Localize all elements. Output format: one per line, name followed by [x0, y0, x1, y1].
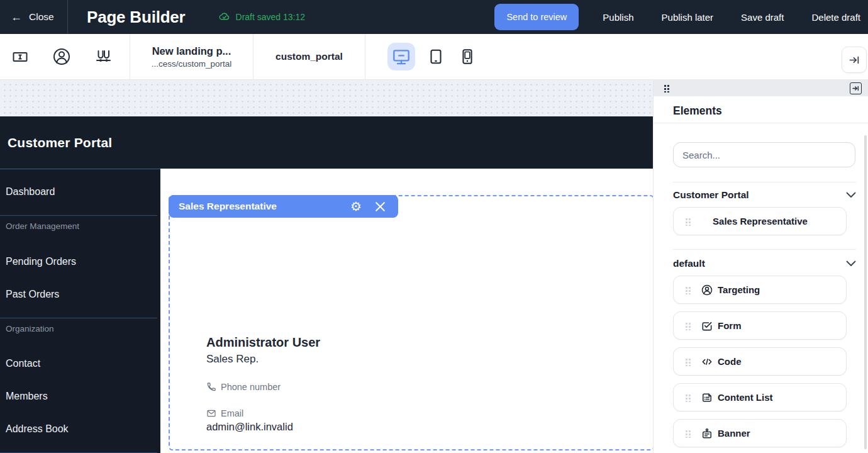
- portal-sidebar: Dashboard Order Management Pending Order…: [0, 169, 160, 453]
- sidebar-divider: [0, 215, 157, 216]
- elements-panel: Elements Customer Portal Sales Represent…: [653, 80, 868, 453]
- tab-custom-portal[interactable]: custom_portal: [253, 34, 365, 79]
- sidebar-item-contact[interactable]: Contact: [6, 358, 160, 369]
- element-card-label: Content List: [718, 392, 773, 403]
- rep-phone-row: Phone number: [206, 382, 281, 392]
- form-fields-icon[interactable]: [92, 45, 114, 68]
- portal-title: Customer Portal: [8, 135, 112, 150]
- app-title: Page Builder: [87, 8, 186, 27]
- page-builder-screen: ← Close Page Builder Draft saved 13:12 S…: [0, 0, 868, 453]
- email-icon: [206, 408, 216, 418]
- sidebar-group-order-management: Order Management: [6, 222, 160, 231]
- sidebar-item-members[interactable]: Members: [6, 391, 160, 402]
- selected-element-sales-representative[interactable]: Sales Representative ⚙ Administrator Use…: [169, 195, 654, 450]
- topbar: ← Close Page Builder Draft saved 13:12 S…: [0, 0, 868, 34]
- drag-handle-icon[interactable]: [684, 429, 691, 438]
- search-input[interactable]: [673, 142, 855, 167]
- chevron-down-icon: [846, 260, 856, 267]
- panel-grip-strip: [654, 80, 868, 96]
- panel-divider: [673, 182, 856, 182]
- drag-handle-icon[interactable]: [684, 393, 691, 402]
- portal-content: Sales Representative ⚙ Administrator Use…: [160, 169, 653, 453]
- phone-icon: [206, 382, 216, 392]
- search-wrap: [673, 142, 856, 167]
- section-label: default: [673, 258, 705, 269]
- send-to-review-button[interactable]: Send to review: [494, 4, 579, 30]
- cloud-check-icon: [218, 11, 231, 23]
- section-label: Customer Portal: [673, 189, 749, 201]
- sidebar-divider: [0, 318, 157, 318]
- element-card-label: Targeting: [718, 284, 760, 295]
- content-list-icon: [701, 391, 713, 404]
- panel-scrollbar[interactable]: [864, 135, 867, 449]
- page-name: New landing p...: [152, 45, 231, 57]
- device-preview-switcher: [365, 43, 478, 70]
- draft-status: Draft saved 13:12: [218, 11, 306, 23]
- element-card-targeting[interactable]: Targeting: [673, 276, 847, 304]
- desktop-preview-button[interactable]: [387, 43, 415, 70]
- panel-drag-handle-icon[interactable]: [663, 84, 669, 92]
- chevron-down-icon: [846, 192, 856, 198]
- element-card-label: Sales Representative: [713, 216, 808, 226]
- targeting-icon: [701, 284, 713, 296]
- publish-later-button[interactable]: Publish later: [662, 12, 714, 23]
- builder-toolbar: New landing p... ...cess/custom_portal c…: [0, 34, 868, 80]
- element-card-label: Banner: [718, 428, 750, 439]
- element-card-sales-representative[interactable]: Sales Representative: [673, 207, 847, 235]
- page-path: ...cess/custom_portal: [152, 59, 232, 69]
- drag-handle-icon[interactable]: [684, 217, 691, 226]
- tablet-preview-button[interactable]: [425, 46, 447, 67]
- sidebar-group-organization: Organization: [6, 325, 160, 333]
- code-icon: [701, 355, 713, 368]
- selected-element-label-text: Sales Representative: [179, 201, 277, 212]
- back-arrow-icon: ←: [11, 11, 22, 23]
- element-card-form[interactable]: Form: [673, 311, 847, 340]
- section-customer-portal[interactable]: Customer Portal: [673, 187, 856, 203]
- rep-email-row: Email: [206, 408, 243, 418]
- mobile-preview-button[interactable]: [457, 46, 478, 67]
- element-card-label: Code: [718, 356, 742, 367]
- element-card-banner[interactable]: Banner: [673, 419, 847, 447]
- close-button[interactable]: ← Close: [0, 0, 68, 34]
- collapse-panel-button[interactable]: [842, 47, 867, 73]
- panel-title: Elements: [673, 104, 868, 123]
- element-remove-icon[interactable]: [370, 195, 390, 218]
- banner-icon: [701, 427, 713, 440]
- selected-element-label[interactable]: Sales Representative ⚙: [169, 195, 398, 218]
- panel-divider: [654, 123, 868, 123]
- rep-email-label: Email: [221, 408, 243, 418]
- topbar-actions: Send to review Publish Publish later Sav…: [494, 4, 868, 30]
- element-card-code[interactable]: Code: [673, 347, 847, 376]
- draft-status-text: Draft saved 13:12: [236, 12, 306, 22]
- sidebar-item-past-orders[interactable]: Past Orders: [6, 289, 160, 300]
- sidebar-item-dashboard[interactable]: Dashboard: [6, 186, 160, 198]
- drag-handle-icon[interactable]: [684, 357, 691, 366]
- delete-draft-button[interactable]: Delete draft: [811, 12, 860, 23]
- section-default[interactable]: default: [673, 255, 856, 271]
- panel-collapse-icon[interactable]: [850, 82, 862, 94]
- sidebar-item-pending-orders[interactable]: Pending Orders: [6, 256, 160, 267]
- builder-canvas: Customer Portal Dashboard Order Manageme…: [0, 80, 653, 453]
- user-circle-icon[interactable]: [50, 45, 73, 68]
- publish-button[interactable]: Publish: [603, 12, 633, 23]
- drag-handle-icon[interactable]: [684, 286, 691, 294]
- portal-header: Customer Portal: [0, 116, 653, 169]
- rep-name: Administrator User: [206, 335, 320, 350]
- rep-phone-label: Phone number: [221, 382, 281, 392]
- sidebar-item-address-book[interactable]: Address Book: [6, 423, 160, 435]
- save-draft-button[interactable]: Save draft: [741, 12, 784, 23]
- page-info[interactable]: New landing p... ...cess/custom_portal: [130, 34, 253, 79]
- element-settings-gear-icon[interactable]: ⚙: [346, 195, 366, 218]
- toolbar-icon-group: [0, 34, 130, 79]
- rep-email-value: admin@link.invalid: [206, 421, 293, 433]
- text-field-icon[interactable]: [9, 45, 31, 68]
- element-card-content-list[interactable]: Content List: [673, 383, 847, 411]
- close-label: Close: [29, 11, 54, 23]
- form-icon: [701, 320, 713, 332]
- element-card-label: Form: [718, 320, 742, 331]
- drag-handle-icon[interactable]: [684, 322, 691, 330]
- rep-role: Sales Rep.: [206, 353, 259, 366]
- panel-divider: [673, 249, 856, 250]
